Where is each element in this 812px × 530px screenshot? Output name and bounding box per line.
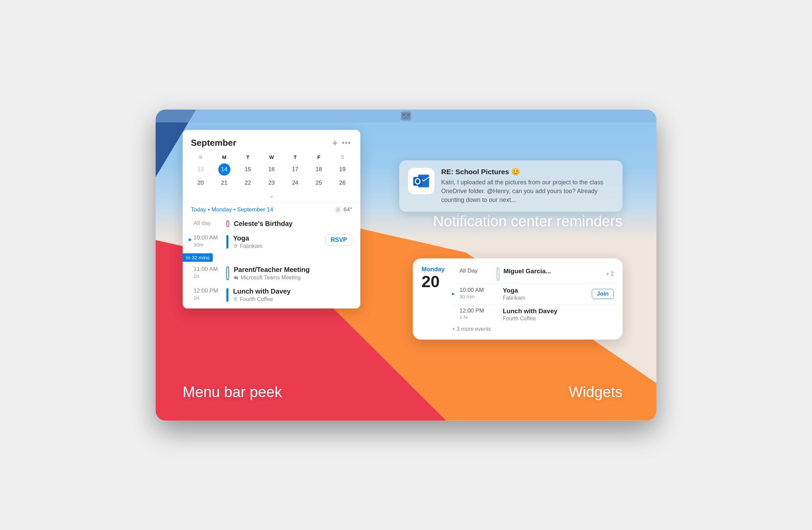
dow-label: W [260,151,284,163]
caption-menubar-peek: Menu bar peek [183,384,282,400]
desktop-frame: Menu bar peek Notification center remind… [156,109,656,421]
join-button[interactable]: Join [592,289,614,299]
event-row[interactable]: 12:00 PM1hLunch with DaveyFourth Coffee [183,284,360,306]
calendar-date[interactable]: 20 [189,176,213,190]
dow-label: T [236,151,260,163]
dow-label: T [283,151,307,163]
more-count: + 2 [606,271,614,277]
calendar-date[interactable]: 25 [307,176,331,190]
svg-rect-0 [403,114,409,118]
svg-point-5 [235,298,236,299]
calendar-peek-card: September + ••• SMTWTFS 1314151617181920… [183,130,360,308]
widget-event-row[interactable]: 12:00 PM1 hrLunch with DaveyFourth Coffe… [452,306,614,323]
notification-subject: RE: School Pictures 😊 [441,168,614,176]
widget-event-row[interactable]: ▶10:00 AM30 minYogaFabrikamJoin [452,285,614,303]
svg-rect-3 [234,276,236,279]
widget-day-name: Monday [422,266,445,273]
event-row[interactable]: ▶10:00 AM30mYogaFabrikamRSVP [183,231,360,253]
svg-point-1 [337,208,339,211]
more-options-button[interactable]: ••• [341,137,352,149]
calendar-date[interactable]: 16 [260,163,284,176]
calendar-date[interactable]: 23 [260,176,284,190]
calendar-date[interactable]: 19 [331,163,354,176]
calendar-date[interactable]: 14 [213,163,236,176]
dow-label: M [213,151,236,163]
add-event-button[interactable]: + [329,137,341,149]
calendar-date[interactable]: 22 [236,176,260,190]
time-until-badge: In 32 mins [183,253,213,262]
event-row[interactable]: All dayCeleste's Birthday [183,217,360,231]
event-row[interactable]: 11:00 AM1hParent/Teacher MeetingMicrosof… [183,263,360,284]
calendar-date[interactable]: 18 [307,163,331,176]
calendar-date[interactable]: 21 [213,176,236,190]
notification-body: Katri, I uploaded all the pictures from … [441,178,614,204]
dow-label: S [189,151,213,163]
calendar-date[interactable]: 26 [331,176,354,190]
svg-point-4 [237,276,238,277]
calendar-date[interactable]: 24 [283,176,307,190]
calendar-widget[interactable]: Monday 20 All DayMiguel Garcia...+ 2▶10:… [413,259,623,340]
calendar-date[interactable]: 13 [189,163,213,176]
calendar-date[interactable]: 17 [283,163,307,176]
widget-more-events[interactable]: + 3 more events [452,323,614,332]
menubar [156,109,656,122]
caption-notification-center: Notification center reminders [433,213,623,230]
caption-widgets: Widgets [569,384,623,400]
widget-event-row[interactable]: All DayMiguel Garcia...+ 2 [452,266,614,282]
notification-card[interactable]: RE: School Pictures 😊 Katri, I uploaded … [399,160,623,212]
weather-display[interactable]: 64° [335,206,352,213]
dow-label: S [331,151,354,163]
expand-calendar-icon[interactable]: ⌄ [189,190,354,203]
dow-label: F [307,151,331,163]
peek-month-title: September [191,138,329,148]
rsvp-button[interactable]: RSVP [325,234,352,246]
outlook-app-icon [408,168,434,194]
outlook-menubar-icon[interactable] [401,112,411,120]
widget-day-number: 20 [422,274,445,290]
today-date-label: Today • Monday • September 14 [191,206,335,213]
mini-calendar[interactable]: SMTWTFS 1314151617181920212223242526 ⌄ [183,151,360,203]
calendar-date[interactable]: 15 [236,163,260,176]
svg-point-2 [235,245,236,246]
